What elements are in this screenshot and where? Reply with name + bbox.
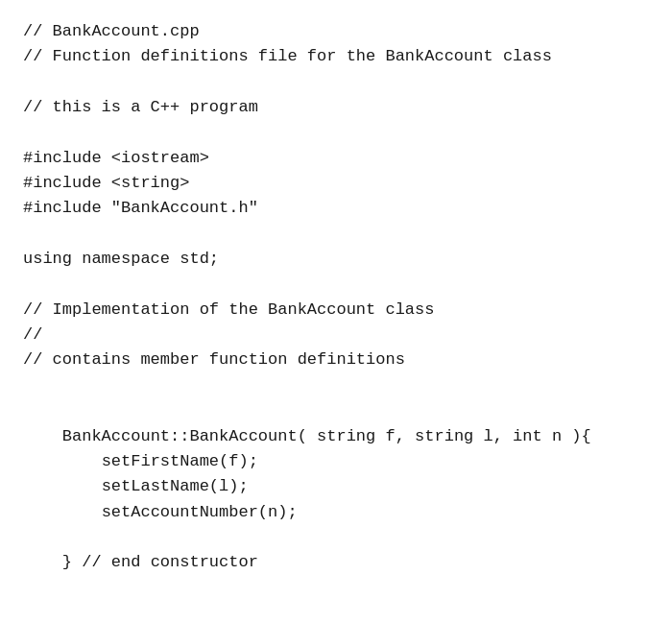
code-block: // BankAccount.cpp // Function definitio…: [23, 19, 649, 576]
code-container: // BankAccount.cpp // Function definitio…: [0, 0, 672, 623]
